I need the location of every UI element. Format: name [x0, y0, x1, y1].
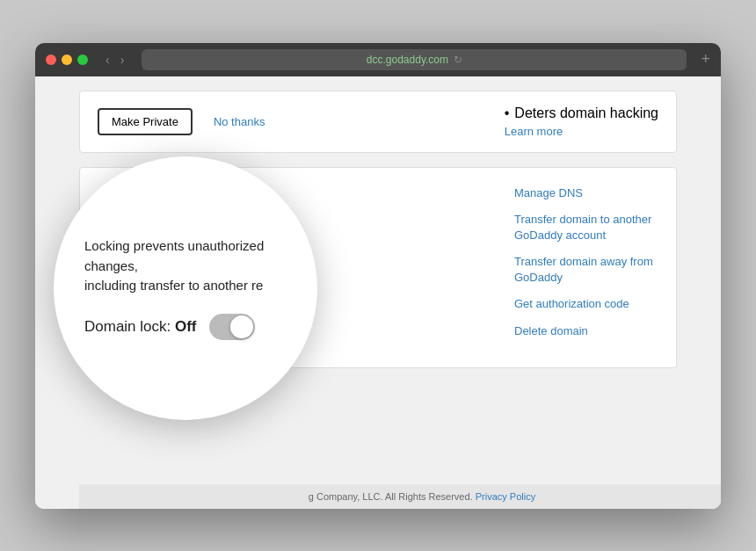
make-private-button[interactable]: Make Private — [98, 108, 193, 135]
right-panel: Manage DNS Transfer domain to another Go… — [514, 185, 655, 350]
learn-more-link[interactable]: Learn more — [505, 125, 658, 138]
main-section: Additional Settings to renew: On Cancel … — [79, 167, 677, 368]
minimize-button[interactable] — [62, 54, 72, 65]
close-button[interactable] — [46, 54, 56, 65]
auth-code-link[interactable]: Get authorization code — [514, 296, 655, 312]
delete-domain-link[interactable]: Delete domain — [514, 323, 655, 339]
manage-dns-link[interactable]: Manage DNS — [514, 185, 655, 201]
domain-lock-toggle[interactable] — [209, 314, 255, 340]
page-content: Make Private No thanks • Deters domain h… — [35, 76, 721, 509]
privacy-policy-link[interactable]: Privacy Policy — [476, 491, 535, 502]
address-text: dcc.godaddy.com — [367, 54, 448, 66]
browser-window: ‹ › dcc.godaddy.com ↻ + Make Private No … — [35, 43, 721, 509]
transfer-away-link[interactable]: Transfer domain away from GoDaddy — [514, 254, 655, 286]
no-thanks-link[interactable]: No thanks — [214, 115, 265, 128]
magnify-lock-value: Off — [175, 318, 197, 335]
back-button[interactable]: ‹ — [102, 51, 113, 69]
footer-bar: g Company, LLC. All Rights Reserved. Pri… — [79, 484, 721, 509]
transfer-godaddy-account-link[interactable]: Transfer domain to another GoDaddy accou… — [514, 212, 655, 243]
forward-button[interactable]: › — [117, 51, 128, 69]
magnify-lock-row: Domain lock: Off — [84, 314, 287, 340]
top-card: Make Private No thanks • Deters domain h… — [79, 91, 677, 153]
reload-button[interactable]: ↻ — [454, 54, 462, 66]
bullet-item: • Deters domain hacking — [505, 105, 658, 121]
toggle-knob — [230, 315, 253, 338]
nav-buttons: ‹ › — [102, 51, 127, 69]
magnify-circle: Locking prevents unauthorizedchanges,inc… — [54, 156, 317, 420]
title-bar: ‹ › dcc.godaddy.com ↻ + — [35, 43, 721, 76]
deters-text: Deters domain hacking — [514, 105, 658, 121]
maximize-button[interactable] — [77, 54, 88, 65]
traffic-lights — [46, 54, 88, 65]
magnify-lock-label: Domain lock: Off — [84, 318, 197, 336]
new-tab-button[interactable]: + — [701, 50, 710, 69]
address-bar[interactable]: dcc.godaddy.com ↻ — [142, 49, 687, 70]
footer-text: g Company, LLC. All Rights Reserved. — [309, 491, 473, 502]
magnify-description: Locking prevents unauthorizedchanges,inc… — [84, 236, 287, 296]
browser-content: Make Private No thanks • Deters domain h… — [35, 76, 721, 509]
